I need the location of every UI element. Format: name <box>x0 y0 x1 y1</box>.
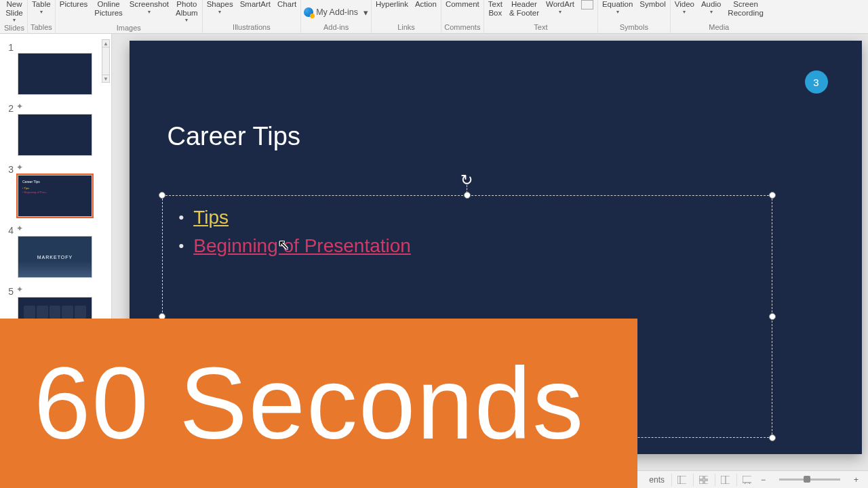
chart-button[interactable]: Chart <box>276 0 298 23</box>
bullet-list[interactable]: • Tips • Beginning of Presentation <box>163 196 772 274</box>
resize-handle[interactable] <box>464 192 471 199</box>
resize-handle[interactable] <box>769 434 776 441</box>
hyperlink-button[interactable]: Hyperlink <box>374 0 410 23</box>
textbox-button[interactable]: Text Box <box>487 0 504 23</box>
video-overlay-banner: 60 Seconds <box>0 319 637 488</box>
shapes-button[interactable]: Shapes▾ <box>205 0 235 23</box>
ribbon-group-symbols: Equation▾ Symbol Symbols <box>598 0 671 34</box>
zoom-out-button[interactable]: − <box>758 475 768 485</box>
animation-star-icon: ✦ <box>16 224 23 233</box>
new-slide-button[interactable]: New Slide▾ <box>4 0 24 24</box>
hyperlink-beginning[interactable]: Beginning of Presentation <box>193 235 411 257</box>
bullet-item-tips[interactable]: • Tips <box>179 207 755 228</box>
ribbon-group-text: Text Box Header & Footer WordArt▾ Text <box>484 0 598 34</box>
addins-icon <box>304 7 313 17</box>
thumbnail-scrollbar[interactable]: ▲ ▼ <box>102 39 110 83</box>
scroll-track[interactable] <box>102 47 110 75</box>
table-button[interactable]: Table▾ <box>31 0 52 23</box>
group-label-symbols: Symbols <box>601 23 667 33</box>
ribbon-group-images: Pictures Online Pictures Screenshot▾ Pho… <box>56 0 203 34</box>
thumb-slide-1[interactable]: 1 <box>0 39 111 100</box>
group-label-slides: Slides <box>4 24 24 33</box>
view-sorter-icon[interactable] <box>693 474 708 486</box>
view-reading-icon[interactable] <box>715 474 730 486</box>
thumb-number: 4 <box>4 225 14 236</box>
thumb-preview[interactable] <box>18 53 92 95</box>
ribbon-group-illustrations: Shapes▾ SmartArt Chart Illustrations <box>203 0 302 34</box>
ribbon-group-comments: Comment Comments <box>441 0 484 34</box>
group-label-comments: Comments <box>444 23 481 33</box>
video-button[interactable]: Video▾ <box>673 0 696 23</box>
text-more-button[interactable] <box>580 0 595 23</box>
group-label-media: Media <box>673 23 765 33</box>
scroll-down-icon[interactable]: ▼ <box>102 75 110 83</box>
symbol-button[interactable]: Symbol <box>638 0 667 23</box>
status-comments-text: ents <box>649 475 665 485</box>
svg-rect-0 <box>677 476 686 484</box>
group-label-links: Links <box>374 23 438 33</box>
screen-recording-button[interactable]: Screen Recording <box>726 0 764 23</box>
thumb-slide-2[interactable]: 2✦ <box>0 100 111 161</box>
animation-star-icon: ✦ <box>16 102 23 111</box>
my-addins-button[interactable]: My Add-ins▾ <box>304 7 368 18</box>
thumb-preview-selected[interactable]: Career Tips • Tips • Beginning of Pres..… <box>18 175 92 217</box>
page-number-badge: 3 <box>805 70 828 94</box>
ribbon: New Slide▾ Slides Table▾ Tables Pictures… <box>0 0 868 34</box>
action-button[interactable]: Action <box>414 0 438 23</box>
online-pictures-button[interactable]: Online Pictures <box>93 0 124 24</box>
bullet-item-beginning[interactable]: • Beginning of Presentation <box>179 235 755 257</box>
thumb-slide-4[interactable]: 4✦ MARKETOFY <box>0 222 111 283</box>
thumb-slide-3[interactable]: 3✦ Career Tips • Tips • Beginning of Pre… <box>0 161 111 222</box>
svg-rect-5 <box>705 481 708 484</box>
svg-rect-4 <box>699 481 703 484</box>
group-label-addins: Add-ins <box>304 23 368 33</box>
svg-rect-3 <box>705 476 708 479</box>
pictures-button[interactable]: Pictures <box>58 0 90 24</box>
smartart-button[interactable]: SmartArt <box>239 0 272 23</box>
zoom-slider[interactable] <box>779 479 840 481</box>
hyperlink-tips[interactable]: Tips <box>193 207 229 228</box>
resize-handle[interactable] <box>769 192 776 199</box>
group-label-illustrations: Illustrations <box>205 23 298 33</box>
group-label-text: Text <box>487 23 595 33</box>
bullet-dot-icon: • <box>179 239 184 253</box>
bullet-dot-icon: • <box>179 210 184 225</box>
resize-handle[interactable] <box>159 192 165 199</box>
ribbon-group-tables: Table▾ Tables <box>28 0 56 34</box>
group-label-tables: Tables <box>31 23 52 33</box>
thumb-number: 1 <box>4 42 14 53</box>
thumb-number: 2 <box>4 103 14 114</box>
mouse-cursor-icon: ↖ <box>278 237 290 253</box>
thumb-number: 5 <box>4 286 14 297</box>
animation-star-icon: ✦ <box>16 163 23 172</box>
comment-button[interactable]: Comment <box>444 0 481 23</box>
ribbon-group-slides: New Slide▾ Slides <box>1 0 28 34</box>
svg-rect-2 <box>699 476 703 479</box>
ribbon-group-links: Hyperlink Action Links <box>372 0 441 34</box>
screenshot-button[interactable]: Screenshot▾ <box>128 0 170 24</box>
photo-album-button[interactable]: Photo Album▾ <box>174 0 199 24</box>
thumb-mini-line: • Beginning of Pres... <box>22 190 47 194</box>
view-slideshow-icon[interactable] <box>736 474 751 486</box>
wordart-button[interactable]: WordArt▾ <box>545 0 576 23</box>
zoom-thumb[interactable] <box>804 476 810 483</box>
thumb-mini-text: MARKETOFY <box>37 255 73 260</box>
ribbon-group-media: Video▾ Audio▾ Screen Recording Media <box>671 0 768 34</box>
thumb-preview[interactable] <box>18 114 92 156</box>
ribbon-group-addins: My Add-ins▾ Add-ins <box>301 0 372 34</box>
resize-handle[interactable] <box>769 313 776 320</box>
audio-button[interactable]: Audio▾ <box>700 0 722 23</box>
equation-button[interactable]: Equation▾ <box>601 0 634 23</box>
slide-title[interactable]: Career Tips <box>167 122 300 151</box>
thumb-number: 3 <box>4 164 14 175</box>
group-label-images: Images <box>58 24 199 33</box>
header-footer-button[interactable]: Header & Footer <box>508 0 540 23</box>
overlay-text: 60 Seconds <box>34 345 585 462</box>
scroll-up-icon[interactable]: ▲ <box>102 39 110 47</box>
thumb-mini-line: • Tips <box>22 186 29 190</box>
svg-rect-8 <box>743 476 751 483</box>
thumb-preview[interactable]: MARKETOFY <box>18 236 92 278</box>
zoom-in-button[interactable]: + <box>851 475 861 485</box>
thumb-mini-title: Career Tips <box>22 180 40 184</box>
view-normal-icon[interactable] <box>671 474 686 486</box>
